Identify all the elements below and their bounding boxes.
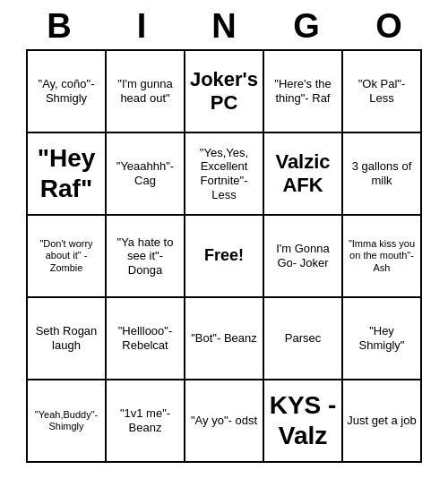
bingo-cell: Just get a job [343,380,422,463]
bingo-cell: "Hey Shmigly" [343,298,422,380]
bingo-cell: "Ya hate to see it"- Donga [107,216,185,298]
bingo-cell: "Yeaahhh"- Cag [107,133,185,216]
bingo-cell: Free! [185,216,264,298]
bingo-letter: N [186,7,262,46]
bingo-cell: "1v1 me"- Beanz [107,380,185,463]
bingo-cell: I'm Gonna Go- Joker [264,216,343,298]
bingo-cell: KYS -Valz [264,380,343,463]
bingo-cell: "Yeah,Buddy"- Shimgly [28,380,107,463]
bingo-cell: Parsec [264,298,343,380]
bingo-letter: G [269,7,344,46]
bingo-cell: "Yes,Yes, Excellent Fortnite"- Less [185,133,264,216]
bingo-cell: "Ay, coño"- Shmigly [28,51,107,133]
bingo-letter: O [351,7,426,46]
bingo-cell: "Helllooo"- Rebelcat [107,298,185,380]
bingo-grid: "Ay, coño"- Shmigly"I'm gunna head out"J… [26,49,422,463]
bingo-cell: "Hey Raf" [28,133,107,216]
bingo-cell: Joker's PC [185,51,264,133]
bingo-cell: "Ay yo"- odst [185,380,264,463]
bingo-letter: B [22,7,97,46]
bingo-header: BINGO [18,0,430,49]
bingo-cell: Seth Rogan laugh [28,298,107,380]
bingo-cell: Valzic AFK [264,133,343,216]
bingo-cell: "Here's the thing"- Raf [264,51,343,133]
bingo-letter: I [104,7,179,46]
bingo-cell: "Imma kiss you on the mouth"- Ash [343,216,422,298]
bingo-cell: "Ok Pal"- Less [343,51,422,133]
bingo-cell: "Bot"- Beanz [185,298,264,380]
bingo-cell: "I'm gunna head out" [107,51,185,133]
bingo-cell: 3 gallons of milk [343,133,422,216]
bingo-cell: "Don't worry about it" - Zombie [28,216,107,298]
